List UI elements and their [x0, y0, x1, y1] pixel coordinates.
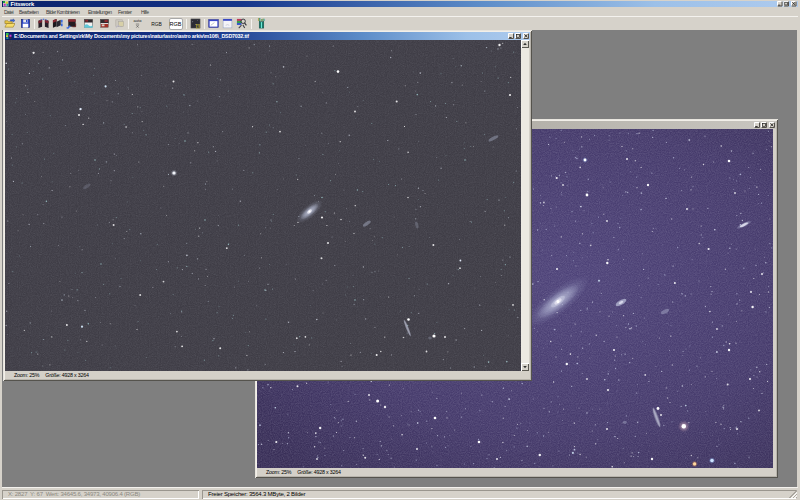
svg-text:auto: auto	[133, 18, 142, 23]
svg-text:RGB: RGB	[151, 22, 162, 27]
svg-text:?: ?	[197, 25, 199, 29]
